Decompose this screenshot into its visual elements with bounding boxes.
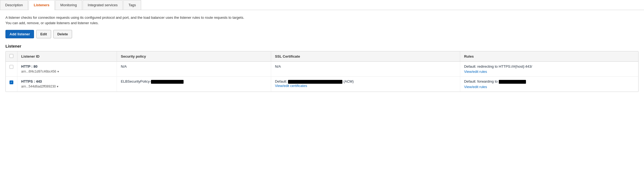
add-listener-button[interactable]: Add listener: [5, 30, 34, 38]
row-http-arn: arn...6f4c1d97c46bc456 ▾: [21, 70, 113, 73]
row-https-rules-prefix: Default: forwarding to: [464, 79, 499, 83]
row-http-arn-text: arn...6f4c1d97c46bc456: [21, 70, 56, 73]
row-https-rules-text: Default: forwarding to: [464, 79, 634, 84]
row-https-checkbox-cell[interactable]: ✓: [6, 77, 17, 92]
row-https-security-policy-redacted: [151, 80, 184, 84]
header-checkbox-cell[interactable]: [6, 51, 17, 62]
listeners-table-wrapper: Listener ID Security policy SSL Certific…: [5, 51, 639, 92]
header-rules: Rules: [460, 51, 638, 62]
row-https-ssl-cert-cell: Default: (ACM) View/edit certificates: [271, 77, 460, 92]
row-https-rules-redacted: [499, 80, 526, 84]
tab-bar: Description Listeners Monitoring Integra…: [0, 0, 644, 10]
table-header-row: Listener ID Security policy SSL Certific…: [6, 51, 638, 62]
row-http-arn-dropdown-icon[interactable]: ▾: [57, 70, 59, 73]
edit-button[interactable]: Edit: [36, 30, 51, 38]
main-content: A listener checks for connection request…: [0, 10, 644, 97]
row-http-security-policy: N/A: [121, 64, 127, 68]
row-http-checkbox-cell[interactable]: [6, 62, 17, 77]
row-https-listener-id-cell: HTTPS : 443 arn...544d6ad2ff089230 ▾: [17, 77, 117, 92]
row-https-ssl-cert-default: Default: (ACM): [275, 79, 456, 84]
tab-description[interactable]: Description: [0, 0, 28, 10]
row-http-view-edit-rules[interactable]: View/edit rules: [464, 70, 487, 74]
row-http-listener-id-cell: HTTP : 80 arn...6f4c1d97c46bc456 ▾: [17, 62, 117, 77]
header-security-policy: Security policy: [117, 51, 271, 62]
table-row: ✓ HTTPS : 443 arn...544d6ad2ff089230 ▾ E…: [6, 77, 638, 92]
row-http-security-policy-cell: N/A: [117, 62, 271, 77]
row-https-arn-text: arn...544d6ad2ff089230: [21, 85, 56, 88]
tab-tags[interactable]: Tags: [123, 0, 141, 10]
row-https-view-edit-rules[interactable]: View/edit rules: [464, 85, 487, 89]
row-https-view-edit-certificates[interactable]: View/edit certificates: [275, 84, 307, 88]
tab-monitoring[interactable]: Monitoring: [55, 0, 82, 10]
row-http-ssl-cert-cell: N/A: [271, 62, 460, 77]
row-http-rules-cell: Default: redirecting to HTTPS://#{host}:…: [460, 62, 638, 77]
tab-integrated-services[interactable]: Integrated services: [83, 0, 123, 10]
listeners-table: Listener ID Security policy SSL Certific…: [6, 51, 638, 92]
row-http-protocol-port: HTTP : 80: [21, 64, 113, 68]
row-https-arn: arn...544d6ad2ff089230 ▾: [21, 85, 113, 88]
row-http-checkbox[interactable]: [10, 65, 13, 69]
description-text: A listener checks for connection request…: [5, 15, 250, 26]
row-http-rules-text: Default: redirecting to HTTPS://#{host}:…: [464, 64, 634, 68]
row-https-security-policy-cell: ELBSecurityPolicy-: [117, 77, 271, 92]
delete-button[interactable]: Delete: [53, 30, 72, 38]
row-https-protocol-port: HTTPS : 443: [21, 79, 113, 83]
table-row: HTTP : 80 arn...6f4c1d97c46bc456 ▾ N/A N…: [6, 62, 638, 77]
header-ssl-certificate: SSL Certificate: [271, 51, 460, 62]
row-https-ssl-cert-redacted: [288, 80, 342, 84]
row-http-ssl-cert: N/A: [275, 64, 281, 68]
tab-listeners[interactable]: Listeners: [29, 0, 55, 10]
row-https-ssl-cert-suffix: (ACM): [342, 79, 354, 83]
header-listener-id: Listener ID: [17, 51, 117, 62]
row-https-security-policy-prefix: ELBSecurityPolicy-: [121, 79, 151, 83]
row-https-arn-dropdown-icon[interactable]: ▾: [57, 85, 58, 88]
row-https-rules-cell: Default: forwarding to View/edit rules: [460, 77, 638, 92]
action-buttons: Add listener Edit Delete: [5, 30, 639, 38]
row-https-checkbox[interactable]: ✓: [10, 80, 13, 84]
header-checkbox[interactable]: [10, 54, 13, 58]
row-https-ssl-cert-prefix: Default:: [275, 79, 288, 83]
section-title: Listener: [5, 44, 639, 48]
